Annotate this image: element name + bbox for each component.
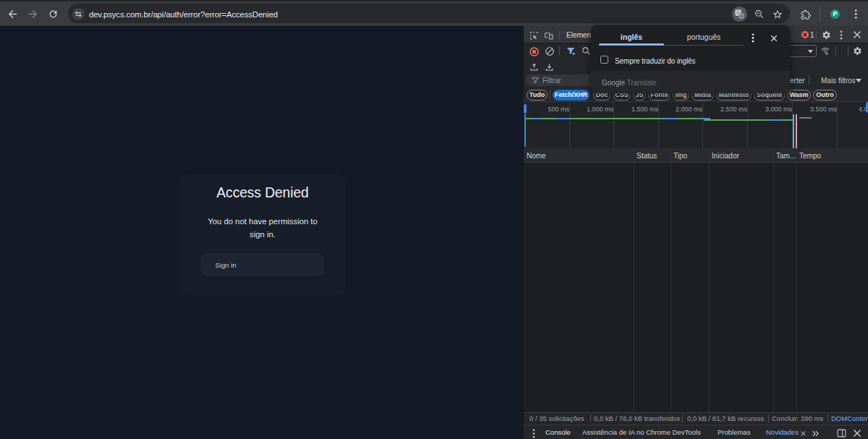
svg-text:A: A	[740, 14, 743, 18]
